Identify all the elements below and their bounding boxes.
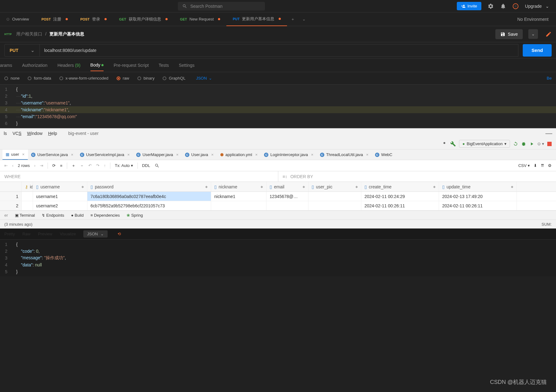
- method-selector[interactable]: PUT ⌄: [4, 44, 39, 57]
- add-row-icon[interactable]: ＋: [72, 163, 76, 168]
- tab-prerequest[interactable]: Pre-request Script: [114, 60, 149, 71]
- more-icon[interactable]: ⊙ ▾: [537, 141, 544, 146]
- tab-preview[interactable]: Preview: [38, 232, 52, 236]
- radio-graphql[interactable]: GraphQL: [163, 76, 185, 81]
- ide-tab-user[interactable]: ▦user×: [2, 150, 28, 160]
- upload-icon[interactable]: ⇈: [541, 163, 544, 168]
- ide-tab-userserviceimpl[interactable]: CUserServiceImpl.java×: [77, 150, 133, 160]
- close-icon[interactable]: ×: [255, 152, 258, 157]
- ide-tab-user-java[interactable]: CUser.java×: [182, 150, 217, 160]
- refresh-icon[interactable]: ⟳: [52, 163, 56, 168]
- col-password[interactable]: ▯password◆: [87, 182, 211, 191]
- tab-register[interactable]: POST 注册: [35, 12, 74, 26]
- col-createtime[interactable]: ▯create_time◆: [361, 182, 439, 191]
- send-button[interactable]: Send: [523, 44, 552, 57]
- rerun-icon[interactable]: [513, 141, 518, 146]
- tab-build[interactable]: ● Build: [71, 213, 84, 218]
- notifications-icon[interactable]: [500, 3, 506, 9]
- avatar-icon[interactable]: [512, 3, 519, 9]
- body-format-selector[interactable]: JSON⌄: [196, 76, 212, 81]
- tab-dependencies[interactable]: ≡ Dependencies: [90, 213, 120, 218]
- where-filter[interactable]: WHERE: [0, 171, 278, 182]
- tab-er[interactable]: er: [4, 213, 8, 218]
- table-row[interactable]: 2 username2 6cb75f652a9b52798eb6cf220105…: [0, 201, 556, 210]
- orderby-filter[interactable]: ≡↕ORDER BY: [278, 171, 556, 182]
- tab-raw[interactable]: Raw: [22, 232, 30, 236]
- first-page-icon[interactable]: ⇤: [4, 163, 8, 168]
- settings-icon[interactable]: [488, 3, 494, 9]
- col-username[interactable]: ▯username◆: [33, 182, 87, 191]
- remove-row-icon[interactable]: －: [80, 163, 84, 168]
- tx-mode[interactable]: Tx: Auto ▾: [115, 163, 133, 168]
- save-options-button[interactable]: ⌄: [528, 29, 538, 39]
- radio-raw[interactable]: raw: [117, 76, 129, 81]
- run-icon[interactable]: [529, 141, 534, 146]
- col-id[interactable]: ⚷id◆: [22, 182, 33, 191]
- tab-update-user[interactable]: PUT 更新用户基本信息: [226, 12, 287, 26]
- tab-endpoints[interactable]: ↯ Endpoints: [42, 213, 64, 218]
- tab-visualize[interactable]: Visualize: [60, 232, 76, 236]
- settings-icon[interactable]: ⚙: [548, 163, 552, 168]
- col-email[interactable]: ▯email◆: [266, 182, 308, 191]
- col-userpic[interactable]: ▯user_pic◆: [308, 182, 361, 191]
- ddl-button[interactable]: DDL: [142, 163, 150, 168]
- next-page-icon[interactable]: ›: [34, 163, 35, 168]
- tab-terminal[interactable]: ▣ Terminal: [15, 213, 35, 218]
- stop-icon[interactable]: [547, 142, 552, 146]
- undo-icon[interactable]: ↶: [88, 163, 92, 168]
- tab-headers[interactable]: Headers (9): [58, 60, 81, 71]
- tab-body[interactable]: Body: [90, 59, 104, 71]
- build-icon[interactable]: [450, 141, 456, 147]
- col-nickname[interactable]: ▯nickname◆: [211, 182, 266, 191]
- last-page-icon[interactable]: ⇥: [40, 163, 43, 168]
- close-icon[interactable]: ×: [366, 152, 368, 157]
- tab-pretty[interactable]: Pretty: [4, 232, 15, 236]
- radio-none[interactable]: none: [4, 76, 20, 81]
- url-input[interactable]: [39, 44, 518, 57]
- tab-authorization[interactable]: Authorization: [22, 60, 48, 71]
- search-icon[interactable]: [155, 163, 160, 168]
- beautify-link[interactable]: Be: [547, 76, 552, 81]
- ide-tab-threadlocalutil[interactable]: CThreadLocalUtil.java×: [317, 150, 372, 160]
- user-icon[interactable]: [442, 141, 447, 147]
- minimize-icon[interactable]: —: [545, 129, 552, 137]
- radio-urlencoded[interactable]: x-www-form-urlencoded: [59, 76, 109, 81]
- ide-tab-userservice[interactable]: CUserService.java×: [28, 150, 77, 160]
- response-format[interactable]: JSON⌄: [83, 230, 108, 238]
- invite-button[interactable]: Invite: [457, 2, 481, 10]
- add-tab-button[interactable]: ＋: [287, 16, 299, 22]
- commit-icon[interactable]: ↑: [104, 163, 106, 168]
- tab-overview[interactable]: ⊙ Overview: [0, 12, 35, 26]
- stop-icon[interactable]: ■: [60, 163, 63, 168]
- tab-userinfo[interactable]: GET 获取用户详细信息: [113, 12, 174, 26]
- close-icon[interactable]: ×: [71, 152, 73, 157]
- tab-params[interactable]: arams: [4, 60, 12, 71]
- tab-spring[interactable]: ❀ Spring: [127, 213, 143, 218]
- ide-tab-application-yml[interactable]: ⬢application.yml×: [217, 150, 261, 160]
- close-icon[interactable]: ×: [127, 152, 130, 157]
- ide-tab-usermapper[interactable]: CUserMapper.java×: [133, 150, 182, 160]
- close-icon[interactable]: ×: [22, 152, 25, 157]
- table-row[interactable]: 1 username1 7c6a180b36896a0a8c02787eeafb…: [0, 192, 556, 201]
- response-body[interactable]: 1{ 2 "code": 0, 3 "message": "操作成功", 4 "…: [0, 240, 556, 276]
- environment-selector[interactable]: No Environment: [510, 17, 556, 22]
- export-format[interactable]: CSV ▾: [518, 163, 530, 168]
- menu-help[interactable]: Help: [48, 131, 57, 136]
- radio-binary[interactable]: binary: [137, 76, 155, 81]
- ide-tab-logininterceptor[interactable]: CLoginInterceptor.java×: [261, 150, 317, 160]
- tab-login[interactable]: POST 登录: [74, 12, 113, 26]
- radio-form-data[interactable]: form-data: [28, 76, 51, 81]
- ide-tab-webc[interactable]: CWebC: [372, 150, 396, 160]
- save-button[interactable]: Save: [495, 29, 523, 39]
- menu-vcs[interactable]: VCS: [12, 131, 21, 136]
- search-box[interactable]: Search Postman: [178, 2, 265, 11]
- download-icon[interactable]: ⬇: [534, 163, 537, 168]
- menu-ls[interactable]: ls: [4, 131, 7, 136]
- close-icon[interactable]: ×: [211, 152, 214, 157]
- upgrade-button[interactable]: Upgrade ⌄: [525, 4, 549, 9]
- prev-page-icon[interactable]: ‹: [12, 163, 13, 168]
- run-config-selector[interactable]: ●BigEventApplication▾: [459, 140, 510, 148]
- wrap-icon[interactable]: ⟲: [118, 232, 121, 236]
- edit-icon[interactable]: [545, 31, 552, 37]
- close-icon[interactable]: ×: [311, 152, 313, 157]
